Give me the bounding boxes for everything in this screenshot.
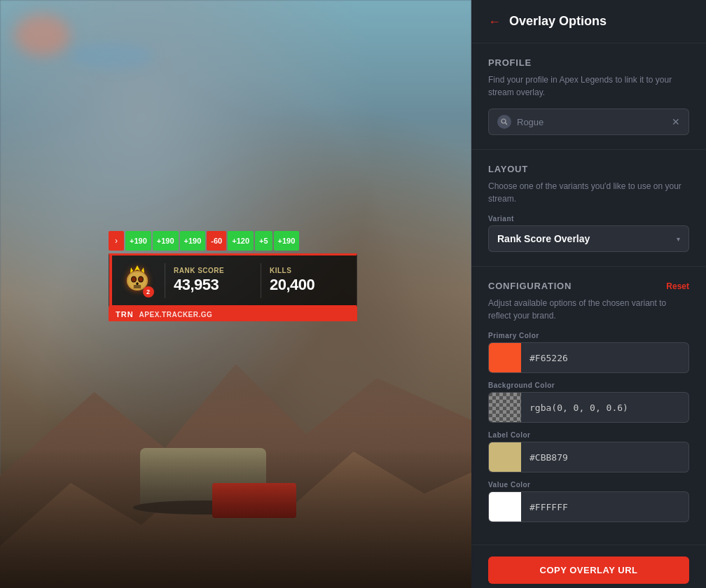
pill-5: +120: [228, 231, 254, 251]
svg-line-16: [506, 123, 508, 125]
rank-score-block: RANK SCORE 43,953: [174, 267, 252, 294]
search-icon: [497, 115, 511, 129]
label-color-field: Label Color #CBB879: [488, 431, 689, 472]
profile-title: Profile: [488, 57, 689, 68]
bg-color-label: Background Color: [488, 382, 689, 389]
dropdown-arrow-icon: ▾: [677, 235, 680, 243]
config-header: Configuration Reset: [488, 281, 689, 291]
pill-1: +190: [125, 231, 151, 251]
variant-label: Variant: [488, 215, 689, 223]
svg-point-14: [139, 276, 143, 281]
config-title: Configuration: [488, 281, 572, 291]
svg-point-13: [132, 276, 136, 281]
bottom-overlay: [0, 448, 471, 588]
svg-point-15: [501, 119, 506, 123]
primary-color-input[interactable]: #F65226: [488, 342, 689, 373]
bg-color-value: rgba(0, 0, 0, 0.6): [521, 402, 688, 413]
arrow-button[interactable]: ›: [109, 231, 124, 251]
panel-title: Overlay Options: [509, 14, 607, 29]
layout-section: Layout Choose one of the variants you'd …: [471, 150, 706, 267]
config-section: Configuration Reset Adjust available opt…: [471, 267, 706, 545]
badge-number: 2: [143, 286, 154, 298]
label-color-swatch[interactable]: [489, 442, 521, 472]
reset-button[interactable]: Reset: [666, 281, 689, 291]
variant-value: Rank Score Overlay: [497, 233, 590, 244]
options-panel: ← Overlay Options Profile Find your prof…: [471, 0, 706, 588]
layout-title: Layout: [488, 164, 689, 174]
primary-color-value: #F65226: [521, 353, 688, 363]
value-color-field: Value Color #FFFFFF: [488, 481, 689, 522]
trn-url: APEX.TRACKER.GG: [139, 311, 213, 318]
variant-dropdown[interactable]: Rank Score Overlay ▾: [488, 225, 689, 252]
config-description: Adjust available options of the chosen v…: [488, 297, 689, 322]
stats-divider-2: [261, 263, 261, 298]
svg-marker-0: [134, 265, 140, 271]
bg-color-swatch[interactable]: [489, 393, 521, 422]
value-color-label: Value Color: [488, 481, 689, 489]
label-color-value: #CBB879: [521, 452, 688, 463]
sky-decoration-2: [70, 42, 154, 70]
profile-section: Profile Find your profile in Apex Legend…: [471, 43, 706, 150]
bg-color-field: Background Color rgba(0, 0, 0, 0.6): [488, 382, 689, 423]
stats-divider-1: [165, 263, 165, 298]
pill-4: -60: [207, 231, 226, 251]
panel-footer: COPY OVERLAY URL: [471, 545, 706, 588]
kills-label: KILLS: [270, 267, 348, 274]
layout-description: Choose one of the variants you'd like to…: [488, 180, 689, 205]
label-color-input[interactable]: #CBB879: [488, 442, 689, 472]
search-field[interactable]: Rogue ✕: [488, 108, 689, 135]
value-color-input[interactable]: #FFFFFF: [488, 491, 689, 522]
kills-value: 20,400: [270, 276, 348, 294]
score-pills-row: › +190 +190 +190 -60 +120 +5 +190: [109, 231, 357, 251]
pill-6: +5: [255, 231, 272, 251]
overlay-widget: › +190 +190 +190 -60 +120 +5 +190: [109, 231, 357, 321]
arrow-icon: ›: [115, 236, 118, 246]
primary-color-label: Primary Color: [488, 332, 689, 340]
primary-color-field: Primary Color #F65226: [488, 332, 689, 373]
search-clear-button[interactable]: ✕: [672, 116, 680, 127]
skull-icon: 2: [120, 264, 154, 298]
rank-score-value: 43,953: [174, 276, 252, 294]
rank-score-label: RANK SCORE: [174, 267, 252, 274]
sky-decoration-1: [14, 14, 70, 56]
trn-footer: TRN APEX.TRACKER.GG: [109, 307, 357, 321]
trn-label: TRN: [116, 310, 134, 318]
value-color-value: #FFFFFF: [521, 502, 688, 512]
pill-3: +190: [180, 231, 206, 251]
label-color-label: Label Color: [488, 431, 689, 439]
profile-description: Find your profile in Apex Legends to lin…: [488, 74, 689, 99]
copy-url-button[interactable]: COPY OVERLAY URL: [488, 556, 689, 584]
primary-color-swatch[interactable]: [489, 343, 521, 372]
pill-2: +190: [153, 231, 179, 251]
kills-block: KILLS 20,400: [270, 267, 348, 294]
stats-card: 2 RANK SCORE 43,953 KILLS 20,400: [109, 253, 357, 307]
panel-header: ← Overlay Options: [471, 0, 706, 43]
rank-badge: 2: [118, 261, 156, 300]
search-value[interactable]: Rogue: [517, 117, 666, 127]
value-color-swatch[interactable]: [489, 492, 521, 522]
pill-7: +190: [274, 231, 300, 251]
game-panel: › +190 +190 +190 -60 +120 +5 +190: [0, 0, 471, 588]
variant-field: Variant Rank Score Overlay ▾: [488, 215, 689, 252]
bg-color-input[interactable]: rgba(0, 0, 0, 0.6): [488, 392, 689, 423]
back-button[interactable]: ←: [488, 15, 501, 28]
